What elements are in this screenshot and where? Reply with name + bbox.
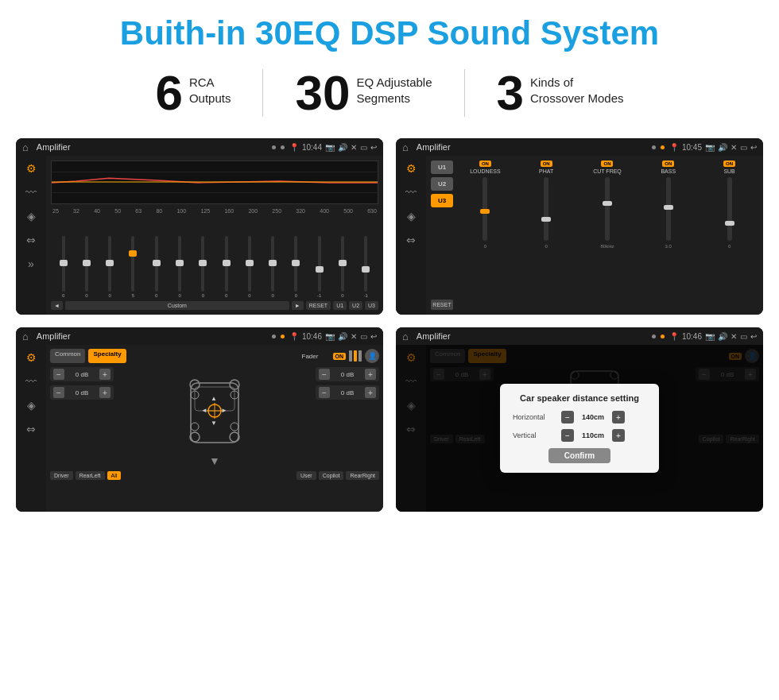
- dist-home-icon[interactable]: ⌂: [402, 331, 409, 342]
- screens-grid: ⌂ Amplifier 📍 10:44 📷 🔊 ✕ ▭ ↩ ⚙ 〰 ◈ ⇔: [0, 130, 779, 528]
- stat-eq: 30 EQ AdjustableSegments: [263, 68, 463, 118]
- fader-plus-rb[interactable]: +: [365, 387, 376, 398]
- eq-reset-btn[interactable]: RESET: [306, 301, 331, 310]
- dialog-vertical-plus[interactable]: +: [612, 429, 625, 442]
- fader-user-btn[interactable]: User: [296, 471, 316, 480]
- cross-volume-icon: 🔊: [718, 143, 727, 152]
- fader-bottom-btns: Driver RearLeft All User Copilot RearRig…: [50, 471, 379, 480]
- cross-sub-on[interactable]: ON: [723, 160, 735, 167]
- dialog-horizontal-minus[interactable]: −: [561, 411, 574, 423]
- fader-back-icon[interactable]: ↩: [370, 332, 377, 341]
- eq-slider-5[interactable]: 0: [169, 236, 190, 298]
- fader-down-arrow-icon[interactable]: ▼: [209, 454, 220, 467]
- cross-status-icons: 📍 10:45 📷 🔊 ✕ ▭ ↩: [669, 143, 757, 152]
- cross-sidebar-speaker-icon[interactable]: ◈: [407, 210, 416, 222]
- eq-sidebar-speaker-icon[interactable]: ◈: [27, 210, 36, 222]
- fader-plus-rt[interactable]: +: [365, 369, 376, 380]
- fader-rearright-btn[interactable]: RearRight: [346, 471, 379, 480]
- eq-slider-3[interactable]: 5: [122, 236, 144, 298]
- fader-minus-lb[interactable]: −: [53, 387, 64, 398]
- fader-minus-lt[interactable]: −: [53, 369, 64, 380]
- cross-sidebar-wave-icon[interactable]: 〰: [405, 186, 417, 199]
- fader-tab-specialty[interactable]: Specialty: [88, 349, 126, 363]
- fader-minus-rb[interactable]: −: [319, 387, 330, 398]
- dist-back-icon[interactable]: ↩: [750, 332, 757, 341]
- eq-slider-6[interactable]: 0: [192, 236, 214, 298]
- cross-cutfreq-on[interactable]: ON: [601, 160, 613, 167]
- car-svg: ▲ ▼ ◄ ►: [179, 367, 250, 454]
- eq-slider-2[interactable]: 0: [99, 236, 121, 298]
- cross-window-icon[interactable]: ▭: [740, 143, 747, 152]
- eq-slider-4[interactable]: 0: [145, 236, 167, 298]
- eq-slider-11[interactable]: -1: [308, 236, 330, 298]
- dialog-vertical-minus[interactable]: −: [561, 429, 574, 442]
- fader-plus-lb[interactable]: +: [99, 387, 110, 398]
- eq-custom-btn[interactable]: Custom: [65, 301, 289, 310]
- cross-reset-btn[interactable]: RESET: [431, 300, 453, 310]
- cross-home-icon[interactable]: ⌂: [402, 141, 409, 153]
- cross-u1-btn[interactable]: U1: [431, 160, 453, 174]
- eq-slider-0[interactable]: 0: [52, 236, 74, 298]
- home-icon[interactable]: ⌂: [22, 141, 29, 153]
- fader-driver-btn[interactable]: Driver: [50, 471, 73, 480]
- cross-close-icon[interactable]: ✕: [731, 143, 737, 152]
- fader-on-badge[interactable]: ON: [333, 353, 347, 360]
- fader-home-icon[interactable]: ⌂: [22, 331, 29, 342]
- eq-sidebar-arrows-icon[interactable]: ⇔: [26, 234, 36, 246]
- fader-minus-rt[interactable]: −: [319, 369, 330, 380]
- cross-sub-label: SUB: [723, 168, 734, 174]
- fader-sidebar-arrows-icon[interactable]: ⇔: [26, 423, 36, 435]
- window-icon[interactable]: ▭: [360, 143, 367, 152]
- dialog-confirm-button[interactable]: Confirm: [548, 448, 610, 463]
- cross-sidebar-filter-icon[interactable]: ⚙: [406, 162, 417, 175]
- cross-loudness-on[interactable]: ON: [479, 160, 491, 167]
- eq-slider-7[interactable]: 0: [215, 236, 237, 298]
- cross-cutfreq-slider[interactable]: [605, 177, 610, 241]
- dialog-horizontal-stepper[interactable]: − 140cm +: [561, 411, 625, 423]
- cross-sidebar-arrows-icon[interactable]: ⇔: [406, 234, 416, 246]
- eq-slider-9[interactable]: 0: [262, 236, 284, 298]
- eq-u2-btn[interactable]: U2: [349, 301, 362, 310]
- fader-sidebar-speaker-icon[interactable]: ◈: [27, 399, 36, 412]
- cross-phat-slider[interactable]: [544, 177, 548, 241]
- dist-window-icon[interactable]: ▭: [740, 332, 747, 341]
- cross-phat-on[interactable]: ON: [541, 160, 552, 167]
- dialog-horizontal-plus[interactable]: +: [612, 411, 625, 423]
- fader-window-icon[interactable]: ▭: [360, 332, 367, 341]
- fader-sidebar-wave-icon[interactable]: 〰: [25, 375, 37, 388]
- eq-sidebar-next-icon[interactable]: »: [28, 257, 34, 270]
- fader-all-btn[interactable]: All: [107, 471, 122, 480]
- cross-sub-slider[interactable]: [727, 177, 732, 241]
- fader-plus-lt[interactable]: +: [99, 369, 110, 380]
- fader-close-icon[interactable]: ✕: [351, 332, 357, 341]
- eq-sidebar-filter-icon[interactable]: ⚙: [26, 162, 37, 175]
- eq-slider-13[interactable]: -1: [355, 236, 377, 298]
- dist-close-icon[interactable]: ✕: [731, 332, 737, 341]
- pin-icon: 📍: [289, 143, 299, 152]
- cross-u3-btn[interactable]: U3: [431, 194, 453, 207]
- cross-bass-slider[interactable]: [666, 177, 671, 241]
- eq-prev-btn[interactable]: ◄: [51, 301, 63, 310]
- cross-loudness-slider[interactable]: [483, 177, 487, 241]
- eq-slider-12[interactable]: 0: [331, 236, 353, 298]
- back-icon[interactable]: ↩: [370, 143, 377, 152]
- cross-back-icon[interactable]: ↩: [750, 143, 757, 152]
- eq-slider-8[interactable]: 0: [238, 236, 260, 298]
- fader-tab-common[interactable]: Common: [50, 349, 85, 363]
- fader-sidebar-filter-icon[interactable]: ⚙: [26, 351, 37, 364]
- eq-next-btn[interactable]: ►: [292, 301, 304, 310]
- eq-slider-1[interactable]: 0: [76, 236, 97, 298]
- stat-rca: 6 RCAOutputs: [123, 68, 262, 118]
- close-icon[interactable]: ✕: [351, 143, 357, 152]
- dialog-vertical-stepper[interactable]: − 110cm +: [561, 429, 625, 442]
- eq-slider-10[interactable]: 0: [285, 236, 307, 298]
- cross-bass-on[interactable]: ON: [662, 160, 674, 167]
- fader-profile-icon[interactable]: 👤: [365, 349, 379, 363]
- eq-sidebar-wave-icon[interactable]: 〰: [25, 186, 37, 199]
- dist-app-title: Amplifier: [417, 331, 647, 341]
- eq-u1-btn[interactable]: U1: [333, 301, 347, 310]
- fader-rearleft-btn[interactable]: RearLeft: [76, 471, 105, 480]
- fader-copilot-btn[interactable]: Copilot: [319, 471, 344, 480]
- eq-u3-btn[interactable]: U3: [365, 301, 378, 310]
- cross-u2-btn[interactable]: U2: [431, 177, 453, 191]
